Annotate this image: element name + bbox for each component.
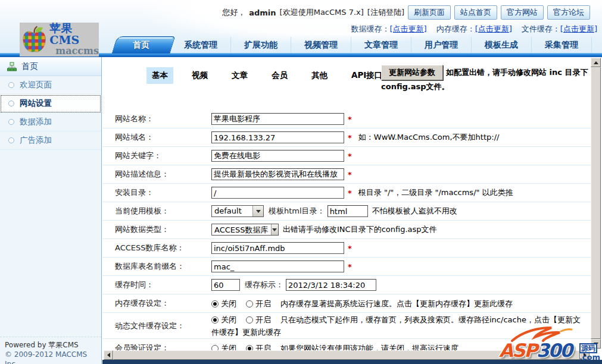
sidebar-item-welcome[interactable]: 欢迎页面	[0, 76, 101, 95]
field-note: 出错请手动修改INC目录下的config.asp文件	[283, 224, 437, 235]
field-note: 不怕模板被人盗就不用改	[372, 206, 457, 216]
vertical-scrollbar[interactable]	[591, 58, 601, 349]
sidebar: 首页 欢迎页面 网站设置 数据添加 广告添加 Powered by 苹果CMS …	[0, 57, 102, 364]
required-mark: *	[348, 133, 352, 142]
username: admin	[249, 8, 276, 17]
mem-cache-label: 内存缓存：	[436, 24, 475, 33]
logout-link[interactable]: [注销登陆]	[367, 7, 404, 18]
three-hundred-text: 300	[537, 340, 572, 361]
required-mark: *	[348, 262, 352, 271]
html-dir-label: 模板html目录：	[269, 206, 325, 216]
cache-links-bar: 数据缓存：[点击更新] 内存缓存：[点击更新] 文件缓存：[点击更新]	[351, 24, 597, 34]
field-note: 如：WwW.MacCms.Com,不要加http://	[358, 132, 500, 143]
template-select-value: default	[212, 206, 252, 216]
site-desc-input[interactable]	[211, 168, 344, 180]
sidebar-footer: Powered by 苹果CMS © 2009-2012 MACCMS Inc	[0, 337, 101, 364]
powered-by-text: Powered by 苹果CMS	[5, 340, 96, 350]
field-label: ACCESS数库名称：	[102, 243, 211, 253]
nav-item-article[interactable]: 文章管理	[351, 37, 411, 53]
nav-item-user[interactable]: 用户管理	[411, 37, 472, 53]
bullet-icon	[8, 101, 14, 106]
radio-label: 开启	[255, 299, 271, 308]
cache-mark-label: 缓存标示：	[245, 280, 283, 290]
sidebar-header-home[interactable]: 首页	[0, 57, 101, 76]
update-site-params-button[interactable]: 更新网站参数	[381, 65, 443, 80]
field-note: 内存缓存显著提高系统运行速度。点击【更新内存缓存】更新此缓存	[280, 299, 513, 308]
nav-tab-home[interactable]: 首页	[111, 36, 171, 54]
field-label: 内存缓存设定：	[102, 298, 211, 309]
data-cache-update-link[interactable]: [点击更新]	[390, 24, 427, 33]
sidebar-item-label: 欢迎页面	[20, 80, 52, 90]
cache-time-input[interactable]	[211, 279, 240, 291]
nav-item-collect[interactable]: 采集管理	[532, 37, 592, 53]
mem-cache-item: 内存缓存：[点击更新]	[436, 24, 512, 34]
table-prefix-input[interactable]	[211, 261, 344, 272]
access-db-input[interactable]	[211, 242, 344, 254]
required-mark: *	[348, 152, 352, 161]
form-row-site-keywords: 网站关键字： *	[102, 147, 591, 165]
scroll-left-icon[interactable]	[104, 350, 113, 360]
field-label: 当前使用模板：	[102, 206, 211, 216]
field-label: 网站域名：	[102, 132, 211, 143]
site-domain-input[interactable]	[211, 131, 344, 143]
field-label: 动态文件缓存设定：	[102, 321, 211, 331]
main-nav: 系统管理 扩展功能 视频管理 文章管理 用户管理 模板生成 采集管理	[171, 37, 592, 53]
form-row-cache-time: 缓存时间： 缓存标示：	[102, 276, 591, 294]
mem-cache-off-radio[interactable]	[211, 300, 219, 307]
tab-other[interactable]: 其他	[306, 67, 333, 84]
settings-tabs: 基本 视频 文章 会员 其他 API接口	[146, 67, 388, 84]
sidebar-item-data-add[interactable]: 数据添加	[0, 113, 101, 131]
tab-member[interactable]: 会员	[266, 67, 293, 84]
nav-item-template[interactable]: 模板生成	[472, 37, 532, 53]
sidebar-item-label: 网站设置	[20, 98, 52, 109]
logo-title: 苹果CMS	[49, 23, 99, 46]
apple-logo-icon	[21, 25, 47, 55]
data-cache-label: 数据缓存：	[351, 24, 390, 33]
file-cache-label: 文件缓存：	[522, 24, 560, 33]
data-cache-item: 数据缓存：[点击更新]	[351, 24, 427, 34]
form-row-mem-cache: 内存缓存设定： 关闭开启内存缓存显著提高系统运行速度。点击【更新内存缓存】更新此…	[102, 294, 591, 313]
site-keywords-input[interactable]	[211, 150, 344, 162]
sidebar-item-label: 数据添加	[20, 117, 52, 127]
file-cache-on-radio[interactable]	[246, 316, 253, 324]
scroll-up-icon[interactable]	[591, 58, 601, 67]
sidebar-item-ad-add[interactable]: 广告添加	[0, 131, 101, 150]
nav-item-extend[interactable]: 扩展功能	[231, 37, 291, 53]
asp300-brand: ASP300	[499, 340, 572, 361]
form-row-install-dir: 安装目录： * 根目录 "/"，二级目录 "/maccms/" 以此类推	[102, 184, 591, 202]
vertical-scroll-thumb[interactable]	[591, 67, 601, 339]
form-row-db-type: 网站数据类型： ACCESS数据库 出错请手动修改INC目录下的config.a…	[102, 221, 591, 239]
file-cache-update-link[interactable]: [点击更新]	[560, 24, 597, 33]
mem-cache-on-radio[interactable]	[246, 300, 253, 307]
sidebar-item-site-settings[interactable]: 网站设置	[0, 95, 101, 113]
tab-video[interactable]: 视频	[186, 67, 213, 84]
field-label: 数据库表名前缀名：	[102, 261, 211, 272]
site-name-input[interactable]	[211, 113, 344, 125]
tab-article[interactable]: 文章	[226, 67, 253, 84]
official-forum-button[interactable]: 官方论坛	[547, 5, 590, 20]
form-row-template: 当前使用模板： default 模板html目录： 不怕模板被人盗就不用改	[102, 202, 591, 221]
nav-item-system[interactable]: 系统管理	[171, 37, 231, 53]
db-type-select-value: ACCESS数据库	[212, 224, 271, 235]
source-code-badge: 源码	[579, 343, 597, 353]
template-select[interactable]: default	[211, 205, 264, 217]
site-home-button[interactable]: 站点首页	[454, 5, 497, 20]
sitemap-icon	[7, 62, 17, 71]
mem-cache-update-link[interactable]: [点击更新]	[475, 24, 512, 33]
form-row-access-db: ACCESS数库名称： *	[102, 239, 591, 258]
db-type-select[interactable]: ACCESS数据库	[211, 224, 279, 236]
field-label: 网站描述信息：	[102, 169, 211, 180]
html-dir-input[interactable]	[327, 205, 368, 217]
sidebar-header-label: 首页	[21, 61, 38, 72]
update-hint-block: 更新网站参数如配置出错，请手动修改网站 inc 目录下config.asp文件。	[381, 65, 602, 93]
tab-basic[interactable]: 基本	[146, 67, 173, 84]
nav-item-video[interactable]: 视频管理	[291, 37, 351, 53]
asp300-watermark: ASP300 源码 .com	[499, 328, 600, 363]
bullet-icon	[8, 119, 14, 125]
install-dir-input[interactable]	[211, 187, 344, 199]
refresh-page-button[interactable]: 刷新页面	[408, 5, 451, 20]
cache-mark-input[interactable]	[286, 279, 376, 291]
logo-subtitle: maccms	[55, 46, 99, 57]
file-cache-off-radio[interactable]	[211, 316, 219, 324]
official-site-button[interactable]: 官方网站	[501, 5, 544, 20]
